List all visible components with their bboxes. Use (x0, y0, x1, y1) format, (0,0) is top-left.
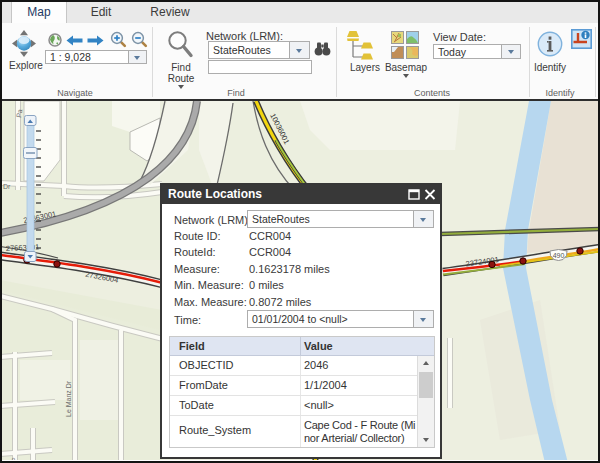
svg-text:Pa: Pa (15, 108, 23, 118)
svg-text:Dr: Dr (3, 183, 11, 190)
svg-text:490: 490 (553, 252, 565, 259)
svg-text:Le Manz Dr: Le Manz Dr (65, 380, 72, 417)
